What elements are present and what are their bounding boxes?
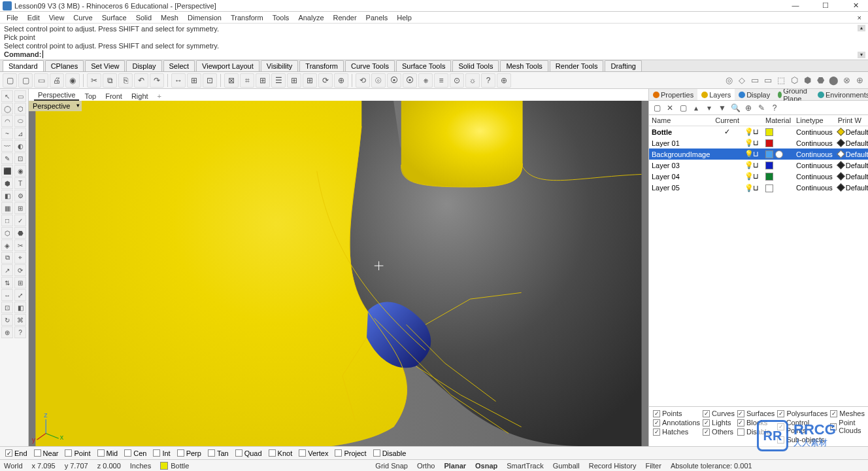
- tool-button[interactable]: ◧: [14, 302, 26, 313]
- toolbar-tab[interactable]: Visibility: [261, 60, 299, 71]
- osnap-option-icon[interactable]: ▭: [762, 75, 774, 86]
- add-viewport-tab[interactable]: +: [154, 92, 165, 101]
- layer-color-swatch[interactable]: [765, 173, 773, 181]
- toolbar-tab[interactable]: Viewport Layout: [196, 60, 259, 71]
- toolbar-tab[interactable]: Curve Tools: [345, 60, 395, 71]
- osnap-point[interactable]: Point: [65, 449, 90, 457]
- toolbar-button[interactable]: ?: [481, 73, 495, 88]
- toolbar-button[interactable]: ≡: [434, 73, 448, 88]
- tool-button[interactable]: ⌖: [14, 252, 26, 264]
- menu-surface[interactable]: Surface: [98, 14, 131, 22]
- tool-button[interactable]: ↔: [1, 289, 13, 301]
- toolbar-button[interactable]: ⎘: [118, 73, 133, 88]
- tool-button[interactable]: ⚙: [14, 190, 26, 201]
- toolbar-button[interactable]: ↶: [134, 73, 148, 88]
- tool-button[interactable]: ◐: [14, 140, 26, 152]
- toolbar-button[interactable]: ⦿: [403, 73, 417, 88]
- tool-button[interactable]: ◈: [1, 239, 13, 251]
- toolbar-tab[interactable]: Display: [126, 60, 161, 71]
- osnap-option-icon[interactable]: ⬤: [827, 75, 839, 86]
- status-planar[interactable]: Planar: [444, 462, 466, 470]
- osnap-option-icon[interactable]: ⬢: [801, 75, 813, 86]
- command-prompt[interactable]: Command:: [4, 50, 864, 58]
- tool-button[interactable]: ~: [1, 128, 13, 139]
- toolbar-button[interactable]: ◉: [65, 73, 80, 88]
- menu-mesh[interactable]: Mesh: [157, 14, 182, 22]
- viewport-tab-front[interactable]: Front: [101, 92, 126, 101]
- tool-button[interactable]: ⇅: [1, 277, 13, 288]
- osnap-int[interactable]: Int: [153, 449, 170, 457]
- panel-tab-display[interactable]: Display: [735, 89, 774, 100]
- toolbar-button[interactable]: ⊞: [256, 73, 270, 88]
- layer-tool-icon[interactable]: ▼: [717, 103, 727, 113]
- toolbar-tab[interactable]: Select: [163, 60, 195, 71]
- tool-button[interactable]: ◠: [1, 115, 13, 127]
- layer-column-header[interactable]: Print W: [835, 115, 868, 126]
- filter-points[interactable]: ✓Points: [653, 410, 700, 417]
- toolbar-button[interactable]: ⊞: [287, 73, 301, 88]
- tool-button[interactable]: ⊕: [1, 326, 13, 338]
- layer-row[interactable]: Layer 05💡⊔Continuous Default: [649, 182, 868, 193]
- viewport-tab-right[interactable]: Right: [127, 92, 152, 101]
- layer-color-swatch[interactable]: [765, 162, 773, 169]
- tool-button[interactable]: ✎: [1, 152, 13, 164]
- toolbar-button[interactable]: ⦾: [371, 73, 386, 88]
- toolbar-button[interactable]: ⌗: [240, 73, 254, 88]
- status-osnap[interactable]: Osnap: [475, 462, 497, 470]
- viewport-tab-perspective[interactable]: Perspective: [34, 90, 79, 101]
- viewport-label[interactable]: Perspective: [29, 101, 82, 111]
- toolbar-tab[interactable]: Drafting: [605, 60, 642, 71]
- tool-button[interactable]: ⬢: [1, 177, 13, 189]
- osnap-option-icon[interactable]: ⊕: [854, 75, 865, 86]
- menu-transform[interactable]: Transform: [227, 14, 267, 22]
- tool-button[interactable]: ⊿: [14, 128, 26, 139]
- tool-button[interactable]: ⊞: [14, 277, 26, 288]
- osnap-perp[interactable]: Perp: [177, 449, 201, 457]
- status-filter[interactable]: Filter: [645, 462, 661, 470]
- filter-polysurfaces[interactable]: ✓Polysurfaces: [777, 410, 827, 417]
- layer-column-header[interactable]: Material: [763, 115, 793, 126]
- osnap-option-icon[interactable]: ⊗: [841, 75, 852, 86]
- tool-button[interactable]: ▭: [14, 90, 26, 102]
- status-gumball[interactable]: Gumball: [553, 462, 580, 470]
- tool-button[interactable]: ◉: [14, 165, 26, 177]
- layer-tool-icon[interactable]: 🔍: [730, 103, 741, 113]
- filter-annotations[interactable]: ✓Annotations: [653, 419, 700, 427]
- toolbar-button[interactable]: ⊠: [224, 73, 239, 88]
- filter-others[interactable]: ✓Others: [703, 428, 735, 436]
- layer-color-swatch[interactable]: [765, 128, 773, 136]
- toolbar-button[interactable]: ⊙: [450, 73, 464, 88]
- layer-color-swatch[interactable]: [765, 150, 773, 158]
- cmd-scroll-up-icon[interactable]: ▴: [858, 25, 865, 31]
- menu-edit[interactable]: Edit: [24, 14, 44, 22]
- osnap-quad[interactable]: Quad: [235, 449, 262, 457]
- viewport-tab-top[interactable]: Top: [80, 92, 100, 101]
- layer-row[interactable]: BackgroundImage💡⊔Continuous Default: [649, 148, 868, 160]
- osnap-option-icon[interactable]: ⬣: [814, 75, 826, 86]
- layer-row[interactable]: Layer 04💡⊔Continuous Default: [649, 171, 868, 182]
- toolbar-button[interactable]: ⊞: [303, 73, 317, 88]
- layer-tool-icon[interactable]: ✎: [756, 103, 767, 113]
- tool-button[interactable]: ⊡: [14, 152, 26, 164]
- panel-tab-properties[interactable]: Properties: [649, 89, 697, 100]
- tool-button[interactable]: ?: [14, 326, 26, 338]
- toolbar-button[interactable]: 🖨: [50, 73, 64, 88]
- lock-icon[interactable]: ⊔: [752, 184, 760, 192]
- tool-button[interactable]: ◯: [1, 103, 13, 114]
- filter-meshes[interactable]: ✓Meshes: [830, 410, 865, 417]
- menu-view[interactable]: View: [45, 14, 69, 22]
- osnap-option-icon[interactable]: ⬡: [788, 75, 800, 86]
- tool-button[interactable]: ↗: [1, 264, 13, 276]
- osnap-vertex[interactable]: Vertex: [299, 449, 328, 457]
- toolbar-button[interactable]: ⊞: [187, 73, 201, 88]
- panel-tab-ground-plane[interactable]: Ground Plane: [774, 89, 814, 100]
- layer-table[interactable]: NameCurrentMaterialLinetypePrint W Bottl…: [649, 115, 868, 406]
- menu-render[interactable]: Render: [329, 14, 361, 22]
- tool-button[interactable]: ⬛: [1, 165, 13, 177]
- toolbar-button[interactable]: ⊕: [334, 73, 348, 88]
- toolbar-tab[interactable]: Set View: [85, 60, 125, 71]
- menu-curve[interactable]: Curve: [69, 14, 96, 22]
- tool-button[interactable]: ⬡: [14, 103, 26, 114]
- mdi-close-icon[interactable]: ×: [854, 14, 865, 22]
- lock-icon[interactable]: ⊔: [752, 161, 760, 169]
